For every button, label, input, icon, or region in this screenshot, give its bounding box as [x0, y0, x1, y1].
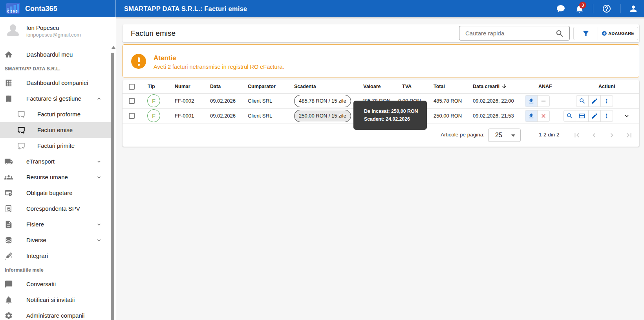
svg-text:C365: C365 [7, 9, 18, 13]
